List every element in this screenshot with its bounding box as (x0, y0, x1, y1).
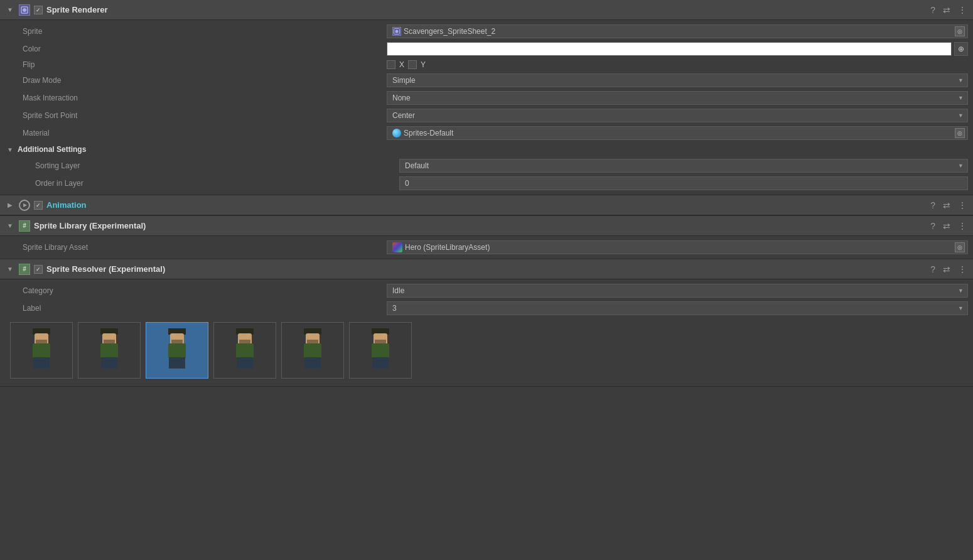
additional-settings-collapse[interactable] (5, 144, 15, 154)
sprite-resolver-panel: # ✓ Sprite Resolver (Experimental) ? ⇄ ⋮… (0, 259, 973, 387)
mask-interaction-selected: None (392, 94, 411, 102)
sprite-renderer-enabled[interactable]: ✓ (34, 6, 43, 14)
sprite-library-panel: # Sprite Library (Experimental) ? ⇄ ⋮ Sp… (0, 216, 973, 259)
sorting-layer-value: Default (399, 159, 968, 173)
sprite-sort-point-dropdown[interactable]: Center (387, 109, 968, 122)
sprite-library-settings-icon[interactable]: ⇄ (942, 220, 952, 232)
sprite-figure-6 (362, 328, 399, 372)
material-value: Sprites-Default ◎ (387, 126, 968, 140)
eyedropper-icon: ⊕ (958, 45, 964, 53)
sprite-frame-2[interactable] (78, 322, 141, 379)
svg-point-1 (23, 8, 26, 12)
color-field-row: Color ⊕ (0, 40, 973, 58)
animation-help-icon[interactable]: ? (929, 200, 937, 211)
sprite-asset-icon (392, 27, 401, 36)
label-selected: 3 (392, 304, 397, 313)
category-selected: Idle (392, 286, 404, 295)
more-icon[interactable]: ⋮ (957, 4, 968, 16)
sprite-figure-2 (90, 328, 128, 372)
category-row: Category Idle (0, 282, 973, 299)
sprite-renderer-icon (19, 4, 30, 16)
material-asset-field[interactable]: Sprites-Default ◎ (387, 126, 968, 140)
sprite-renderer-header: ✓ Sprite Renderer ? ⇄ ⋮ (0, 0, 973, 20)
label-field-label: Label (23, 304, 387, 313)
help-icon[interactable]: ? (929, 4, 937, 16)
mask-interaction-row: Mask Interaction None (0, 89, 973, 107)
sprite-library-asset-label: Sprite Library Asset (23, 243, 387, 252)
label-dropdown[interactable]: 3 (387, 301, 968, 315)
sprite-sort-point-label: Sprite Sort Point (23, 111, 387, 120)
sprite-frame-4[interactable] (213, 322, 276, 379)
draw-mode-selected: Simple (392, 76, 416, 85)
sprite-frame-6[interactable] (349, 322, 412, 379)
sprite-library-icon: # (19, 220, 30, 232)
sprite-library-asset-name: Hero (SpriteLibraryAsset) (405, 243, 490, 252)
animation-more-icon[interactable]: ⋮ (957, 200, 968, 211)
flip-label: Flip (23, 60, 387, 69)
sprite-select-btn[interactable]: ◎ (955, 26, 965, 36)
flip-y-checkbox[interactable] (408, 60, 417, 69)
sprite-sort-point-row: Sprite Sort Point Center (0, 107, 973, 124)
category-value: Idle (387, 284, 968, 298)
material-select-btn[interactable]: ◎ (955, 128, 965, 138)
color-picker[interactable] (387, 42, 952, 56)
settings-icon[interactable]: ⇄ (942, 4, 952, 16)
sprite-library-asset-row: Sprite Library Asset Hero (SpriteLibrary… (0, 239, 973, 256)
collapse-arrow[interactable] (5, 5, 15, 15)
animation-enabled[interactable]: ✓ (34, 201, 43, 210)
category-dropdown[interactable]: Idle (387, 284, 968, 298)
sprite-library-asset-field[interactable]: Hero (SpriteLibraryAsset) ◎ (387, 240, 968, 254)
sprite-resolver-collapse[interactable] (5, 264, 15, 274)
label-value: 3 (387, 301, 968, 315)
sprite-resolver-more-icon[interactable]: ⋮ (957, 264, 968, 275)
draw-mode-value: Simple (387, 73, 968, 87)
material-label: Material (23, 129, 387, 137)
sprite-library-select-btn[interactable]: ◎ (955, 242, 965, 252)
sprite-field-row: Sprite Scavengers_SpriteSheet_2 ◎ (0, 23, 973, 40)
animation-collapse[interactable] (5, 200, 15, 210)
sprite-resolver-enabled[interactable]: ✓ (34, 265, 43, 274)
order-in-layer-row: Order in Layer 0 (0, 175, 973, 192)
sprite-figure-1 (23, 328, 60, 372)
flip-checkboxes: X Y (387, 60, 426, 69)
mask-interaction-dropdown[interactable]: None (387, 91, 968, 105)
sprite-resolver-help-icon[interactable]: ? (929, 264, 937, 275)
sprite-sort-point-value: Center (387, 109, 968, 122)
material-row: Material Sprites-Default ◎ (0, 124, 973, 142)
sprite-resolver-header: # ✓ Sprite Resolver (Experimental) ? ⇄ ⋮ (0, 259, 973, 279)
flip-field-row: Flip X Y (0, 58, 973, 72)
sprite-frame-3[interactable] (146, 322, 208, 379)
flip-x-checkbox[interactable] (387, 60, 395, 69)
svg-point-3 (395, 30, 399, 33)
order-in-layer-value: 0 (399, 176, 968, 190)
mask-interaction-label: Mask Interaction (23, 94, 387, 102)
sprite-resolver-icon: # (19, 264, 30, 275)
sprite-figure-3 (158, 328, 196, 372)
sprite-value: Scavengers_SpriteSheet_2 ◎ (387, 24, 968, 38)
sprite-frame-5[interactable] (281, 322, 344, 379)
sprite-resolver-settings-icon[interactable]: ⇄ (942, 264, 952, 275)
eyedropper-btn[interactable]: ⊕ (954, 42, 968, 56)
order-in-layer-label: Order in Layer (35, 179, 399, 188)
sprite-frame-1[interactable] (10, 322, 73, 379)
animation-header: ▶ ✓ Animation ? ⇄ ⋮ (0, 195, 973, 215)
sprite-library-header: # Sprite Library (Experimental) ? ⇄ ⋮ (0, 216, 973, 236)
sorting-layer-row: Sorting Layer Default (0, 157, 973, 175)
sprite-frames-container (0, 317, 973, 384)
animation-settings-icon[interactable]: ⇄ (942, 200, 952, 211)
sprite-library-help-icon[interactable]: ? (929, 220, 937, 232)
mask-interaction-value: None (387, 91, 968, 105)
sorting-layer-dropdown[interactable]: Default (399, 159, 968, 173)
sprite-figure-5 (294, 328, 331, 372)
draw-mode-dropdown[interactable]: Simple (387, 73, 968, 87)
sprite-library-more-icon[interactable]: ⋮ (957, 220, 968, 232)
sprite-asset-field[interactable]: Scavengers_SpriteSheet_2 ◎ (387, 24, 968, 38)
sprite-renderer-content: Sprite Scavengers_SpriteSheet_2 ◎ Color (0, 20, 973, 195)
order-in-layer-input[interactable]: 0 (399, 176, 968, 190)
animation-title: Animation (46, 200, 925, 210)
label-row: Label 3 (0, 299, 973, 317)
order-in-layer-number: 0 (405, 179, 409, 188)
flip-y-label: Y (421, 60, 426, 69)
material-icon (392, 129, 401, 137)
sprite-library-collapse[interactable] (5, 221, 15, 231)
